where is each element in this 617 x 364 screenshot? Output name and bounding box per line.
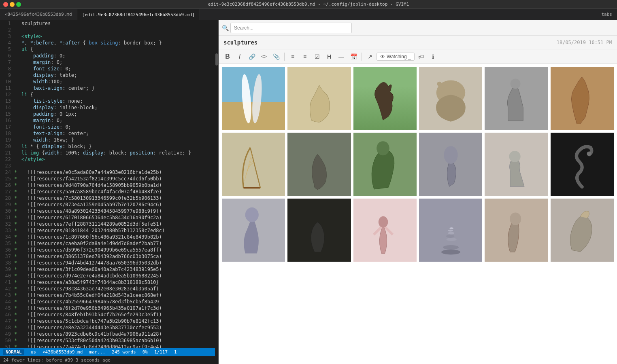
- editor-line: 2: [0, 27, 218, 33]
- current-file: <436b8553db9.md: [43, 349, 83, 355]
- gallery-item[interactable]: [353, 133, 417, 196]
- editor-line: 46 * ![[resources/848feb1b93b54cf7b265ef…: [0, 311, 218, 318]
- editor-line: 19 width: 16vw; }: [0, 137, 218, 143]
- editor-line: 7 margin: 0;: [0, 59, 218, 66]
- svg-point-24: [510, 213, 521, 225]
- scrollbar-thumb[interactable]: [215, 53, 218, 66]
- editor-line: 47 * ![[resources/5c1cbdcafbc747a3b2b90b…: [0, 318, 218, 324]
- sculpture-gallery[interactable]: [219, 64, 617, 364]
- editor-line: 1 sculptures: [0, 20, 218, 27]
- editor-line: 17 font-size: 0;: [0, 124, 218, 130]
- editor-line: 35 * ![[resources/caeba0f2da8a4e1d9dd7d8…: [0, 240, 218, 247]
- gallery-item[interactable]: [485, 67, 548, 130]
- editor-content[interactable]: 1 sculptures 2 3 <style> 4 *, *:before, …: [0, 20, 218, 348]
- tabbar: <8425496efc436b8553db9.md [edit-9e3c0236…: [0, 9, 617, 20]
- gallery-item[interactable]: [287, 199, 351, 262]
- word-count: 245 words: [112, 349, 136, 355]
- watching-label: Watching _: [387, 54, 411, 59]
- editor-line: 38 * ![[resources/94d74bd41274478aa76503…: [0, 260, 218, 266]
- svg-point-16: [441, 250, 460, 255]
- ordered-list-button[interactable]: ≡: [299, 51, 311, 62]
- editor-line: 41 * ![[resources/a38a5f9743f74044ac8b31…: [0, 279, 218, 286]
- titlebar-title: edit-9e3c02368df8425496efc436b8553db9.md…: [208, 2, 409, 7]
- watching-button[interactable]: 👁 Watching _: [377, 53, 415, 61]
- editor-line: 45 * ![[resources/6f2d70e950b34965b435a0…: [0, 305, 218, 311]
- hr-button[interactable]: —: [336, 51, 347, 62]
- link-button[interactable]: 🔗: [246, 51, 257, 62]
- infobar: 24 fewer lines; before #39 3 seconds ago: [0, 356, 218, 364]
- gallery-item[interactable]: [485, 133, 548, 196]
- editor-pane: 1 sculptures 2 3 <style> 4 *, *:before, …: [0, 20, 219, 364]
- editor-line: 27 * ![[resources/5a07a8589bec4f4facd07a…: [0, 188, 218, 195]
- maximize-button[interactable]: [16, 2, 21, 7]
- info-message: 24 fewer lines; before #39 3 seconds ago: [3, 358, 111, 363]
- editor-line: 44 * ![[resources/4b255966479846578ed3fb…: [0, 298, 218, 305]
- format-toolbar: B I 🔗 <> 📎 ≡ ≡ ☑ H — 📅 ↗ 👁 Watching _ 🏷 …: [219, 49, 617, 64]
- editor-line: 4 *, *:before, *:after { box-sizing: bor…: [0, 40, 218, 46]
- editor-line: 8 font-size: 0;: [0, 66, 218, 72]
- editor-line: 50 * ![[resources/533cf80c50da4243b03369…: [0, 337, 218, 344]
- gallery-item[interactable]: [419, 199, 482, 262]
- search-input[interactable]: [230, 23, 352, 33]
- editor-line: 21 li img {width: 100%; display: block; …: [0, 150, 218, 156]
- editor-line: 24 * ![[resources/e0c5ada80a7a44a983e021…: [0, 169, 218, 176]
- gallery-item[interactable]: [353, 67, 417, 130]
- minimize-button[interactable]: [10, 2, 15, 7]
- editor-line: 9 display: table;: [0, 72, 218, 78]
- gallery-item[interactable]: [287, 67, 351, 130]
- gallery-item[interactable]: [551, 133, 614, 196]
- svg-point-3: [510, 78, 520, 89]
- gallery-item[interactable]: [222, 199, 285, 262]
- tab-file2[interactable]: [edit-9e3c02368df8425496efc436b8553db9.m…: [77, 9, 200, 20]
- editor-line: 15 padding: 0 1px;: [0, 111, 218, 117]
- gallery-item[interactable]: [551, 199, 614, 262]
- preview-pane: 🔍 sculptures 18/05/2019 10:51 PM B I 🔗 <…: [219, 20, 617, 364]
- gallery-item[interactable]: [222, 133, 285, 196]
- note-date: 18/05/2019 10:51 PM: [557, 40, 612, 45]
- editor-line: 34 * ![[resources/1c897660f56c486a9321c8…: [0, 234, 218, 240]
- editor-line: 5 ul {: [0, 46, 218, 53]
- watching-icon: 👁: [380, 54, 385, 59]
- date-button[interactable]: 📅: [348, 51, 359, 62]
- unordered-list-button[interactable]: ≡: [287, 51, 298, 62]
- editor-scrollbar[interactable]: [215, 20, 218, 364]
- italic-button[interactable]: I: [234, 51, 245, 62]
- info-button[interactable]: ℹ: [428, 51, 439, 62]
- bold-button[interactable]: B: [222, 51, 233, 62]
- gallery-item[interactable]: [419, 67, 482, 130]
- gallery-item[interactable]: [287, 133, 351, 196]
- editor-line: 48 * ![[resources/e8e2a32344d443e5b83773…: [0, 324, 218, 331]
- svg-point-12: [509, 151, 521, 162]
- tab-file1[interactable]: <8425496efc436b8553db9.md: [0, 9, 77, 20]
- gallery-item[interactable]: [222, 67, 285, 130]
- editor-line: 28 * ![[resources/7c580130913346599c0fe3…: [0, 195, 218, 201]
- editor-line: 13 list-style: none;: [0, 98, 218, 104]
- attach-button[interactable]: 📎: [270, 51, 282, 62]
- editor-line: 43 * ![[resources/7b4b55c8edf04a218d543a…: [0, 292, 218, 298]
- main-container: 1 sculptures 2 3 <style> 4 *, *:before, …: [0, 20, 617, 364]
- tag-button[interactable]: 🏷: [415, 51, 427, 62]
- git-branch: us: [31, 349, 36, 355]
- vim-mode: NORMAL: [3, 349, 24, 355]
- gallery-item[interactable]: [419, 133, 482, 196]
- code-button[interactable]: <>: [258, 51, 270, 62]
- scroll-percent: 0%: [143, 349, 148, 355]
- heading-button[interactable]: H: [323, 51, 335, 62]
- note-title: sculptures: [223, 39, 257, 46]
- editor-line: 49 * ![[resources/8923cdbe6c9c41bfbad4a7…: [0, 331, 218, 337]
- gallery-item[interactable]: [485, 199, 548, 262]
- separator: [284, 53, 285, 61]
- close-button[interactable]: [3, 2, 8, 7]
- editor-line: 14 display: inline-block;: [0, 104, 218, 111]
- svg-point-0: [240, 74, 253, 124]
- gallery-item[interactable]: [551, 67, 614, 130]
- checkbox-button[interactable]: ☑: [311, 51, 323, 62]
- gallery-item[interactable]: [353, 199, 417, 262]
- search-icon: 🔍: [222, 25, 229, 31]
- preview-toolbar: 🔍: [219, 20, 617, 36]
- editor-line: 36 * ![[resources/d5996f372e904999b6e69c…: [0, 247, 218, 253]
- svg-point-13: [587, 152, 591, 156]
- svg-point-23: [449, 228, 453, 230]
- svg-point-14: [245, 207, 258, 222]
- external-button[interactable]: ↗: [364, 51, 376, 62]
